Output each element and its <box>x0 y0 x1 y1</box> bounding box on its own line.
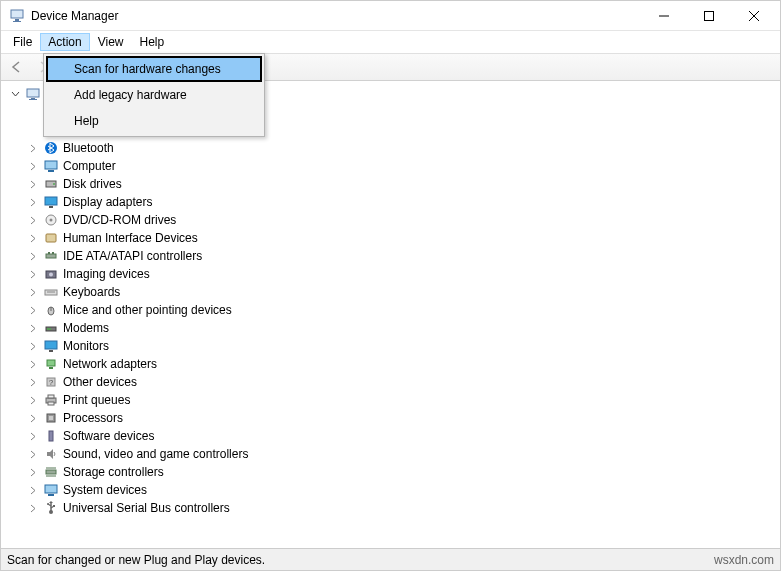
tree-node[interactable]: ? Other devices <box>9 373 780 391</box>
menu-add-legacy[interactable]: Add legacy hardware <box>46 82 262 108</box>
processor-icon <box>43 410 59 426</box>
minimize-button[interactable] <box>641 2 686 30</box>
close-button[interactable] <box>731 2 776 30</box>
tree-node[interactable]: Mice and other pointing devices <box>9 301 780 319</box>
tree-node[interactable]: Imaging devices <box>9 265 780 283</box>
chevron-right-icon[interactable] <box>27 504 39 513</box>
status-right: wsxdn.com <box>714 553 774 567</box>
chevron-right-icon[interactable] <box>27 360 39 369</box>
chevron-right-icon[interactable] <box>27 306 39 315</box>
svg-rect-39 <box>48 395 54 398</box>
svg-rect-9 <box>29 99 37 100</box>
chevron-right-icon[interactable] <box>27 180 39 189</box>
svg-rect-11 <box>45 161 57 169</box>
disk-icon <box>43 176 59 192</box>
tree-node[interactable]: DVD/CD-ROM drives <box>9 211 780 229</box>
chevron-right-icon[interactable] <box>27 162 39 171</box>
chevron-right-icon[interactable] <box>27 216 39 225</box>
tree-node[interactable]: System devices <box>9 481 780 499</box>
statusbar: Scan for changed or new Plug and Play de… <box>1 548 780 570</box>
menu-help[interactable]: Help <box>132 33 173 51</box>
chevron-right-icon[interactable] <box>27 486 39 495</box>
menu-action[interactable]: Action <box>40 33 89 51</box>
tree-node[interactable]: Bluetooth <box>9 139 780 157</box>
chevron-right-icon[interactable] <box>27 342 39 351</box>
modem-icon <box>43 320 59 336</box>
tree-node[interactable]: Software devices <box>9 427 780 445</box>
display-icon <box>43 194 59 210</box>
chevron-right-icon[interactable] <box>27 144 39 153</box>
svg-rect-2 <box>13 21 21 22</box>
svg-rect-12 <box>48 170 54 172</box>
chevron-right-icon[interactable] <box>27 270 39 279</box>
other-device-icon: ? <box>43 374 59 390</box>
chevron-right-icon[interactable] <box>27 324 39 333</box>
tree-node[interactable]: Keyboards <box>9 283 780 301</box>
tree-node[interactable]: Storage controllers <box>9 463 780 481</box>
svg-rect-43 <box>49 431 53 441</box>
menubar: File Action View Help <box>1 31 780 53</box>
svg-point-31 <box>49 328 51 330</box>
device-manager-icon <box>9 8 25 24</box>
menu-file[interactable]: File <box>5 33 40 51</box>
chevron-right-icon[interactable] <box>27 198 39 207</box>
tree-node[interactable]: Processors <box>9 409 780 427</box>
chevron-right-icon[interactable] <box>27 378 39 387</box>
ide-icon <box>43 248 59 264</box>
action-dropdown: Scan for hardware changes Add legacy har… <box>43 53 265 137</box>
svg-point-51 <box>47 503 49 505</box>
tree-node[interactable]: Print queues <box>9 391 780 409</box>
chevron-right-icon[interactable] <box>27 396 39 405</box>
network-icon <box>43 356 59 372</box>
monitor-icon <box>43 338 59 354</box>
window-title: Device Manager <box>31 9 641 23</box>
svg-rect-15 <box>45 197 57 205</box>
bluetooth-icon <box>43 140 59 156</box>
svg-rect-4 <box>704 11 713 20</box>
device-tree[interactable]: Batteries Bluetooth Computer Disk drives… <box>1 81 780 548</box>
chevron-right-icon[interactable] <box>27 450 39 459</box>
tree-node[interactable]: Display adapters <box>9 193 780 211</box>
svg-rect-8 <box>31 98 35 99</box>
chevron-right-icon[interactable] <box>27 468 39 477</box>
svg-rect-33 <box>49 350 53 352</box>
svg-rect-52 <box>53 505 55 507</box>
tree-node[interactable]: Disk drives <box>9 175 780 193</box>
svg-rect-48 <box>48 494 54 496</box>
chevron-right-icon[interactable] <box>27 252 39 261</box>
hid-icon <box>43 230 59 246</box>
software-icon <box>43 428 59 444</box>
tree-node[interactable]: Modems <box>9 319 780 337</box>
tree-node[interactable]: Network adapters <box>9 355 780 373</box>
svg-rect-47 <box>45 485 57 493</box>
menu-help-item[interactable]: Help <box>46 108 262 134</box>
svg-rect-44 <box>46 470 56 474</box>
svg-rect-0 <box>11 10 23 18</box>
chevron-right-icon[interactable] <box>27 414 39 423</box>
svg-point-24 <box>49 273 53 277</box>
chevron-down-icon[interactable] <box>9 90 21 99</box>
tree-node[interactable]: Sound, video and game controllers <box>9 445 780 463</box>
storage-icon <box>43 464 59 480</box>
menu-view[interactable]: View <box>90 33 132 51</box>
tree-node[interactable]: Universal Serial Bus controllers <box>9 499 780 517</box>
tree-node[interactable]: Computer <box>9 157 780 175</box>
computer-icon <box>43 158 59 174</box>
tree-node[interactable]: IDE ATA/ATAPI controllers <box>9 247 780 265</box>
svg-rect-32 <box>45 341 57 349</box>
maximize-button[interactable] <box>686 2 731 30</box>
chevron-right-icon[interactable] <box>27 288 39 297</box>
menu-scan-hardware[interactable]: Scan for hardware changes <box>46 56 262 82</box>
svg-rect-22 <box>52 252 54 254</box>
tree-node[interactable]: Human Interface Devices <box>9 229 780 247</box>
chevron-right-icon[interactable] <box>27 234 39 243</box>
svg-rect-35 <box>49 367 53 369</box>
sound-icon <box>43 446 59 462</box>
window-controls <box>641 2 776 30</box>
mouse-icon <box>43 302 59 318</box>
svg-rect-40 <box>48 402 54 405</box>
tree-node[interactable]: Monitors <box>9 337 780 355</box>
chevron-right-icon[interactable] <box>27 432 39 441</box>
dvd-icon <box>43 212 59 228</box>
back-button[interactable] <box>5 55 29 79</box>
